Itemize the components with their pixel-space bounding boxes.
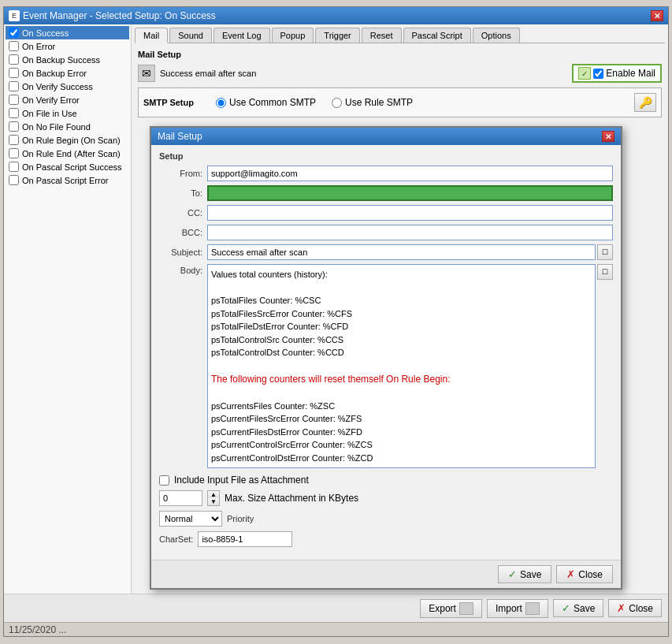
subject-extra-btn[interactable]: ☐ [597,244,613,260]
size-up-button[interactable]: ▲ [208,491,219,498]
charset-row: CharSet: [159,531,613,547]
tab-mail[interactable]: Mail [135,28,168,43]
sidebar-item-on-rule-end[interactable]: On Rule End (After Scan) [6,147,129,160]
checkbox-on-verify-error[interactable] [9,95,19,105]
priority-row: Normal High Low Priority [159,511,613,527]
main-save-icon: ✓ [562,602,570,614]
checkbox-on-rule-end[interactable] [9,148,19,158]
cc-label: CC: [159,208,202,218]
checkbox-on-backup-success[interactable] [9,54,19,65]
size-input[interactable] [159,490,202,506]
body-textarea[interactable]: Values total counters (history): psTotal… [207,264,596,468]
checkbox-on-verify-success[interactable] [9,81,19,91]
smtp-settings-button[interactable]: 🔑 [634,93,656,112]
sidebar-item-on-verify-error[interactable]: On Verify Error [6,93,129,106]
to-row: To: [159,185,613,201]
sidebar-label-on-pascal-success: On Pascal Script Success [22,162,122,172]
checkbox-on-rule-begin[interactable] [9,135,19,145]
sidebar-label-on-pascal-error: On Pascal Script Error [22,176,108,185]
dialog-close-button[interactable]: ✕ [602,131,614,142]
include-attachment-checkbox[interactable] [159,475,169,486]
export-button[interactable]: Export [420,599,482,618]
use-rule-smtp-radio[interactable]: Use Rule SMTP [332,97,413,108]
tab-reset[interactable]: Reset [362,28,402,43]
import-button[interactable]: Import [487,599,548,618]
checkbox-on-success[interactable] [9,28,19,38]
subject-label: Subject: [159,248,202,257]
dialog-button-bar: ✓ Save ✗ Close [151,560,621,588]
priority-label: Priority [227,514,254,523]
success-label: Success email after scan [160,69,567,78]
bottom-bar: Export Import ✓ Save ✗ Close [4,594,668,622]
checkbox-on-pascal-success[interactable] [9,162,19,172]
window-close-button[interactable]: ✕ [651,10,663,21]
sidebar-item-on-pascal-error[interactable]: On Pascal Script Error [6,173,129,187]
to-input[interactable] [207,185,613,201]
mail-setup-title: Mail Setup [138,50,662,59]
import-label: Import [496,603,522,614]
tab-event-log[interactable]: Event Log [213,28,270,43]
tab-trigger[interactable]: Trigger [315,28,359,43]
smtp-title: SMTP Setup [143,98,194,107]
sidebar-label-on-rule-end: On Rule End (After Scan) [22,149,121,158]
body-extra-btn[interactable]: ☐ [597,264,613,280]
sidebar-item-on-no-file-found[interactable]: On No File Found [6,120,129,133]
sidebar-label-on-rule-begin: On Rule Begin (On Scan) [22,136,121,145]
body-label: Body: [159,266,202,275]
main-close-icon: ✗ [617,602,626,614]
smtp-setup: SMTP Setup Use Common SMTP Use Rule SMTP… [138,87,662,117]
tab-pascal-script[interactable]: Pascal Script [403,28,471,43]
sidebar-item-on-pascal-success[interactable]: On Pascal Script Success [6,160,129,173]
subject-row: Subject: ☐ [159,244,613,260]
app-icon: E [9,10,20,21]
export-label: Export [429,603,456,614]
checkbox-on-no-file-found[interactable] [9,121,19,132]
sidebar-item-on-backup-error[interactable]: On Backup Error [6,66,129,80]
bcc-input[interactable] [207,225,613,240]
dialog-save-icon: ✓ [508,568,517,580]
cc-row: CC: [159,205,613,221]
from-input[interactable] [207,166,613,181]
dialog-body: Setup From: To: CC: BCC: Subject: ☐ [151,145,621,560]
main-close-button[interactable]: ✗ Close [608,599,662,617]
main-save-button[interactable]: ✓ Save [553,599,603,617]
to-label: To: [159,188,202,198]
size-down-button[interactable]: ▼ [208,498,219,505]
checkbox-on-pascal-error[interactable] [9,175,19,185]
setup-section-title: Setup [159,151,613,161]
sidebar-item-on-verify-success[interactable]: On Verify Success [6,80,129,93]
sidebar-label-on-success: On Success [22,28,69,38]
priority-select[interactable]: Normal High Low [159,511,222,527]
sidebar-label-on-no-file-found: On No File Found [22,122,91,132]
from-label: From: [159,169,202,178]
enable-mail-check-icon: ✓ [578,67,591,80]
sidebar-item-on-file-in-use[interactable]: On File in Use [6,106,129,120]
import-icon [525,602,540,615]
dialog-save-button[interactable]: ✓ Save [498,565,551,583]
sidebar-label-on-backup-error: On Backup Error [22,69,87,78]
charset-input[interactable] [198,531,292,547]
sidebar-item-on-error[interactable]: On Error [6,39,129,53]
dialog-close-footer-button[interactable]: ✗ Close [556,565,613,583]
checkbox-on-backup-error[interactable] [9,68,19,78]
cc-input[interactable] [207,205,613,221]
sidebar-item-on-rule-begin[interactable]: On Rule Begin (On Scan) [6,133,129,147]
sidebar-label-on-error: On Error [22,42,55,51]
sidebar-item-on-success[interactable]: On Success [6,26,129,39]
mail-icon: ✉ [138,65,155,82]
main-save-label: Save [574,603,595,614]
sidebar-label-on-verify-success: On Verify Success [22,82,93,91]
enable-mail-checkbox[interactable] [593,69,603,79]
checkbox-on-file-in-use[interactable] [9,108,19,118]
tab-options[interactable]: Options [473,28,520,43]
enable-mail-label: Enable Mail [606,68,655,79]
bcc-row: BCC: [159,225,613,240]
tab-popup[interactable]: Popup [272,28,314,43]
attachment-row: Include Input File as Attachment [159,475,613,486]
use-common-smtp-radio[interactable]: Use Common SMTP [216,97,316,108]
checkbox-on-error[interactable] [9,41,19,51]
subject-input[interactable] [207,244,596,260]
sidebar-item-on-backup-success[interactable]: On Backup Success [6,53,129,66]
sidebar: On Success On Error On Backup Success On… [4,24,132,594]
tab-sound[interactable]: Sound [169,28,212,43]
